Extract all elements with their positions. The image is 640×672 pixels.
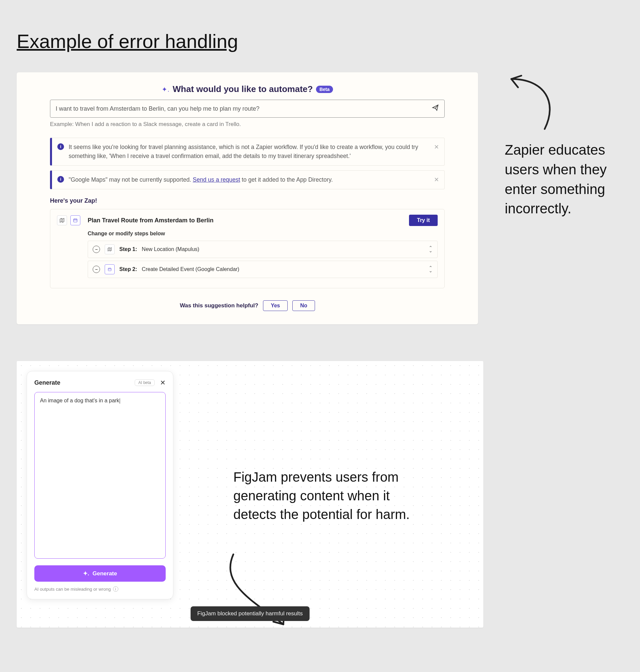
panel-title: Generate: [34, 379, 60, 386]
map-icon: [57, 215, 67, 225]
info-icon: i: [57, 176, 64, 182]
zap-step-1[interactable]: − Step 1: New Location (Mapulus) ⌃⌄: [88, 241, 438, 258]
generate-panel: Generate AI beta ✕ An image of a dog tha…: [27, 371, 173, 599]
feedback-no-button[interactable]: No: [292, 300, 315, 311]
zapier-annotation: Zapier educates users when they enter so…: [505, 140, 623, 219]
info-icon: i: [57, 143, 64, 150]
arrow-icon: [505, 72, 585, 132]
step-label: Step 2:: [119, 266, 137, 272]
sparkle-icon: ✦.: [83, 570, 89, 577]
blocked-toast: FigJam blocked potentially harmful resul…: [191, 606, 310, 621]
close-icon[interactable]: ✕: [434, 143, 439, 152]
info-banner-2-body: "Google Maps" may not be currently suppo…: [69, 175, 333, 184]
zap-card: Plan Travel Route from Amsterdam to Berl…: [50, 209, 445, 288]
info-banner-2-post: to get it added to the App Directory.: [240, 176, 333, 183]
expand-icon[interactable]: ⌃⌄: [429, 266, 433, 273]
close-icon[interactable]: ✕: [434, 175, 439, 185]
generate-button[interactable]: ✦. Generate: [34, 565, 166, 582]
try-it-button[interactable]: Try it: [409, 215, 438, 226]
automate-input[interactable]: I want to travel from Amsterdam to Berli…: [50, 100, 445, 118]
feedback-row: Was this suggestion helpful? Yes No: [27, 300, 468, 311]
close-icon[interactable]: ✕: [160, 379, 166, 387]
generate-button-label: Generate: [93, 570, 117, 577]
info-banner-1-text: It seems like you're looking for travel …: [69, 143, 439, 161]
figjam-annotation: FigJam prevents users from generating co…: [233, 468, 420, 524]
send-request-link[interactable]: Send us a request: [193, 176, 240, 183]
zapier-title: What would you like to automate?: [173, 84, 313, 94]
map-icon: [105, 244, 115, 254]
zap-step-2[interactable]: − Step 2: Create Detailed Event (Google …: [88, 261, 438, 278]
automate-input-text: I want to travel from Amsterdam to Berli…: [56, 105, 432, 112]
page-title: Example of error handling: [17, 30, 623, 52]
arrow-icon: [213, 548, 300, 634]
info-banner-2-pre: "Google Maps" may not be currently suppo…: [69, 176, 193, 183]
zapier-screenshot: ✦. What would you like to automate? Beta…: [17, 72, 478, 324]
prompt-text: An image of a dog that's in a park: [40, 398, 119, 403]
info-banner-unsupported: i "Google Maps" may not be currently sup…: [50, 170, 445, 189]
example-hint: Example: When I add a reaction to a Slac…: [50, 121, 445, 128]
step-name: New Location (Mapulus): [142, 246, 199, 252]
expand-icon[interactable]: ⌃⌄: [429, 246, 433, 253]
modify-steps-label: Change or modify steps below: [88, 231, 438, 237]
sparkle-icon: ✦.: [162, 85, 169, 93]
text-caret: [120, 398, 120, 404]
figjam-screenshot: Generate AI beta ✕ An image of a dog tha…: [17, 361, 483, 628]
zapier-heading: ✦. What would you like to automate? Beta: [27, 84, 468, 94]
ai-disclaimer-text: AI outputs can be misleading or wrong: [34, 587, 111, 591]
calendar-icon: [105, 264, 115, 274]
step-name: Create Detailed Event (Google Calendar): [142, 266, 239, 272]
beta-badge: Beta: [316, 86, 333, 93]
step-label: Step 1:: [119, 246, 137, 252]
ai-beta-badge: AI beta: [135, 379, 155, 386]
calendar-icon: [70, 215, 80, 225]
heres-your-zap: Here's your Zap!: [50, 197, 445, 204]
feedback-yes-button[interactable]: Yes: [263, 300, 288, 311]
remove-step-icon[interactable]: −: [93, 246, 100, 253]
ai-disclaimer: AI outputs can be misleading or wrong i: [34, 586, 166, 591]
zap-title: Plan Travel Route from Amsterdam to Berl…: [88, 217, 213, 224]
info-banner-education: i It seems like you're looking for trave…: [50, 138, 445, 166]
info-icon[interactable]: i: [113, 586, 118, 591]
svg-rect-0: [74, 219, 77, 222]
remove-step-icon[interactable]: −: [93, 266, 100, 273]
prompt-textarea[interactable]: An image of a dog that's in a park: [34, 392, 166, 559]
feedback-question: Was this suggestion helpful?: [180, 302, 258, 309]
send-icon[interactable]: [432, 104, 439, 113]
svg-rect-1: [108, 268, 111, 271]
